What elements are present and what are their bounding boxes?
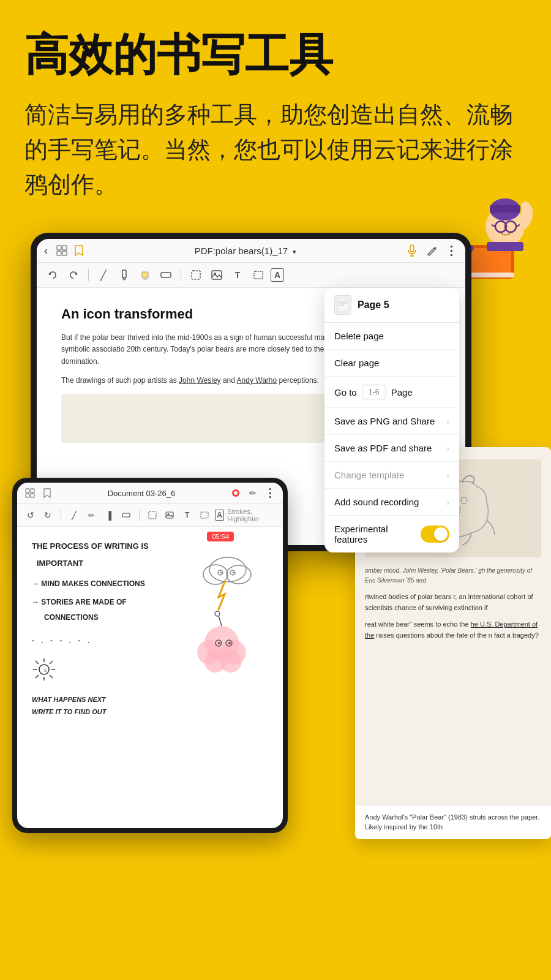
- svg-rect-43: [201, 512, 208, 518]
- second-undo[interactable]: ↺: [23, 507, 38, 524]
- svg-line-70: [219, 616, 222, 626]
- add-sound-item[interactable]: Add sound recording ›: [324, 489, 459, 516]
- svg-rect-36: [31, 494, 34, 497]
- second-more-icon[interactable]: ⋮: [263, 486, 277, 500]
- separator: [88, 269, 89, 281]
- svg-point-38: [234, 491, 238, 495]
- second-pencil[interactable]: ✏: [84, 507, 99, 524]
- second-eraser[interactable]: [119, 507, 133, 524]
- svg-point-68: [218, 642, 220, 644]
- pdf-para-1: omber mood. John Wesley, 'Polar Bears,' …: [365, 566, 541, 586]
- separator2: [181, 269, 181, 281]
- goto-page-item[interactable]: Go to Page: [324, 377, 459, 408]
- second-highlighter[interactable]: ▐: [102, 507, 116, 524]
- svg-point-59: [220, 572, 222, 574]
- ipad-second: Document 03-26_6 ✏ ⋮ ↺ ↻ ╱ ✏ ▐: [12, 478, 288, 833]
- redo-button[interactable]: [65, 266, 82, 284]
- back-button[interactable]: ‹: [44, 244, 48, 257]
- clear-page-item[interactable]: Clear page: [324, 350, 459, 377]
- undo-button[interactable]: [44, 266, 61, 284]
- pdf-text-content: omber mood. John Wesley, 'Polar Bears,' …: [365, 566, 541, 641]
- pdf-footer: Andy Warhol's "Polar Bear" (1983) struts…: [355, 805, 551, 839]
- second-text[interactable]: T: [180, 507, 195, 524]
- goto-page-label: Page: [391, 387, 413, 398]
- svg-rect-26: [212, 271, 222, 279]
- svg-rect-15: [62, 251, 67, 255]
- goto-input[interactable]: [362, 385, 386, 399]
- svg-rect-28: [254, 271, 263, 279]
- experimental-toggle[interactable]: [421, 526, 449, 543]
- page-thumbnail-icon: [334, 295, 351, 315]
- save-png-chevron: ›: [446, 417, 449, 426]
- second-bookmark-icon[interactable]: [40, 486, 54, 500]
- drawing-toolbar: ╱ T: [37, 263, 465, 288]
- second-shape[interactable]: [197, 507, 212, 524]
- second-drawing-toolbar: ↺ ↻ ╱ ✏ ▐ T A: [17, 504, 283, 527]
- save-pdf-item[interactable]: Save as PDF and share ›: [324, 435, 459, 462]
- save-pdf-chevron: ›: [446, 443, 449, 453]
- devices-area: ‹ PDF:polar bears(1)_17 ▾: [0, 221, 551, 870]
- pen-tool-button[interactable]: ╱: [95, 266, 112, 284]
- pdf-para-3: reat white bear" seems to echo the he U.…: [365, 619, 541, 641]
- image-tool-button[interactable]: [208, 266, 225, 284]
- second-doc-title: Document 03-26_6: [58, 489, 225, 498]
- change-template-chevron: ›: [446, 470, 449, 480]
- svg-rect-14: [57, 251, 61, 255]
- change-template-item[interactable]: Change template ›: [324, 462, 459, 489]
- context-menu: Page 5 Delete page Clear page Go to Page…: [324, 288, 459, 552]
- second-pen[interactable]: ╱: [67, 507, 81, 524]
- second-redo[interactable]: ↻: [41, 507, 56, 524]
- svg-point-69: [228, 642, 231, 644]
- change-template-label: Change template: [334, 470, 404, 480]
- svg-rect-35: [26, 494, 29, 497]
- svg-rect-24: [161, 273, 171, 277]
- delete-page-item[interactable]: Delete page: [324, 323, 459, 350]
- font-tool-button[interactable]: A: [271, 268, 284, 282]
- svg-point-71: [215, 611, 220, 616]
- second-content: 05:54 THE PROCESS OF WRITING IS IMPORTAN…: [17, 527, 283, 828]
- second-toolbar: Document 03-26_6 ✏ ⋮: [17, 483, 283, 504]
- john-wesley-link[interactable]: John Wesley: [179, 376, 220, 385]
- grid-icon[interactable]: [55, 244, 69, 257]
- goto-container: Go to Page: [334, 385, 413, 399]
- bookmark-icon[interactable]: [72, 244, 86, 257]
- delete-page-label: Delete page: [334, 331, 384, 341]
- menu-header: Page 5: [324, 288, 459, 323]
- svg-rect-22: [142, 272, 148, 278]
- svg-line-52: [50, 675, 53, 678]
- svg-rect-13: [62, 246, 67, 250]
- save-png-item[interactable]: Save as PNG and Share ›: [324, 408, 459, 435]
- second-record-icon[interactable]: [229, 486, 242, 500]
- hero-section: 高效的书写工具 简洁与易用的多种工具，助您创造出自然、流畅的手写笔记。当然，您也…: [0, 0, 551, 221]
- microphone-icon[interactable]: [405, 244, 419, 257]
- second-edit-icon[interactable]: ✏: [246, 486, 260, 500]
- shape-tool-button[interactable]: [250, 266, 267, 284]
- menu-page-title: Page 5: [358, 300, 389, 311]
- highlighter-tool-button[interactable]: [137, 266, 154, 284]
- svg-point-60: [233, 572, 234, 574]
- svg-line-49: [36, 661, 39, 664]
- second-selection[interactable]: [145, 507, 160, 524]
- andy-warhol-link[interactable]: Andy Warho: [237, 376, 277, 385]
- text-tool-button[interactable]: T: [229, 266, 246, 284]
- toggle-knob: [434, 527, 448, 541]
- svg-rect-21: [122, 270, 126, 277]
- svg-rect-23: [143, 278, 147, 280]
- svg-rect-33: [26, 489, 29, 492]
- pencil-tool-button[interactable]: [116, 266, 133, 284]
- save-pdf-label: Save as PDF and share: [334, 443, 432, 453]
- svg-rect-16: [410, 245, 414, 252]
- eraser-tool-button[interactable]: [157, 266, 174, 284]
- selection-tool-button[interactable]: [187, 266, 204, 284]
- pdf-para-2: rtwined bodies of polar bears r, an inte…: [365, 592, 541, 613]
- strokes-label: Strokes, Highlighter: [227, 508, 277, 522]
- edit-icon[interactable]: [425, 244, 438, 257]
- doodles: [185, 539, 277, 723]
- experimental-features-item[interactable]: Experimental features: [324, 516, 459, 552]
- second-font[interactable]: A: [215, 510, 224, 521]
- add-sound-chevron: ›: [446, 497, 449, 507]
- more-options-icon[interactable]: ⋮: [444, 244, 458, 257]
- second-image[interactable]: [162, 507, 177, 524]
- svg-line-51: [36, 675, 39, 678]
- second-grid-icon[interactable]: [23, 486, 37, 500]
